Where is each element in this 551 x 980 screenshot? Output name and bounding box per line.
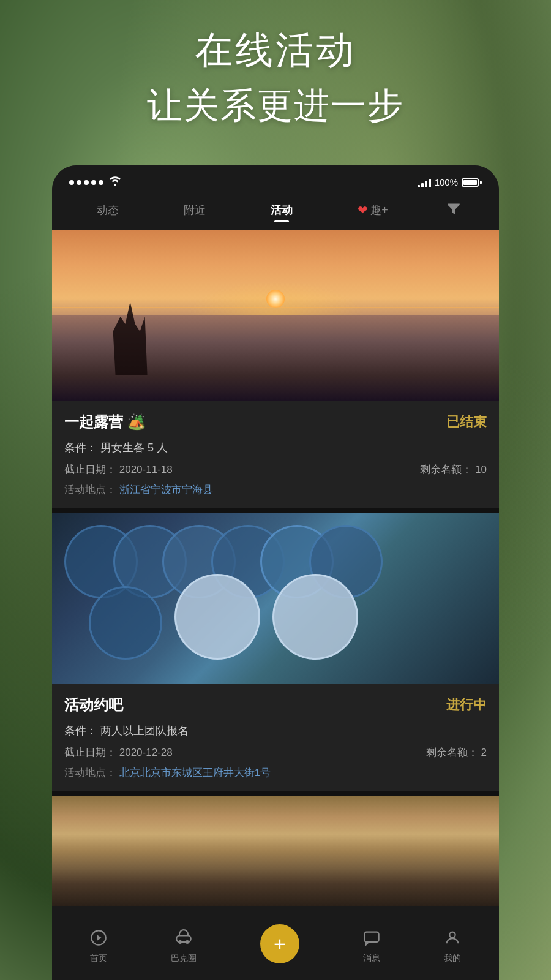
svg-point-4 (186, 940, 189, 944)
card2-image (52, 513, 499, 684)
card1-title: 一起露营 🏕️ (64, 412, 146, 432)
card1-status: 已结束 (446, 413, 487, 431)
bar2 (421, 183, 424, 187)
bottom-navigation: 首页 巴克圈 + (52, 919, 499, 980)
card2-status: 进行中 (446, 696, 487, 714)
card2-title: 活动约吧 (64, 695, 123, 715)
bar4 (429, 179, 431, 187)
home-icon (90, 929, 107, 951)
card1-condition: 条件： 男女生各 5 人 (64, 440, 487, 455)
battery-percent: 100% (435, 177, 458, 187)
roll7 (89, 586, 162, 660)
card1-info: 一起露营 🏕️ 已结束 条件： 男女生各 5 人 截止日期： 2020-11-1… (52, 401, 499, 508)
card1-slots: 剩余名额： 10 (420, 462, 487, 477)
bottom-nav-message[interactable]: 消息 (363, 929, 380, 964)
card1-meta: 截止日期： 2020-11-18 剩余名额： 10 (64, 462, 487, 477)
signal-dots (69, 180, 103, 185)
club-icon (175, 929, 192, 951)
plus-icon: + (274, 933, 286, 954)
status-left (69, 175, 122, 189)
svg-rect-5 (364, 932, 378, 942)
club-label: 巴克圈 (171, 953, 197, 964)
filter-icon[interactable] (446, 200, 462, 220)
card1-date: 截止日期： 2020-11-18 (64, 462, 173, 477)
card2-slots: 剩余名额： 2 (426, 745, 487, 760)
card-divider-1 (52, 508, 499, 513)
profile-label: 我的 (444, 953, 461, 964)
card1-location: 活动地点： 浙江省宁波市宁海县 (64, 483, 487, 497)
card3-image (52, 796, 499, 906)
bottom-nav-add[interactable]: + (260, 924, 299, 970)
dot2 (77, 180, 81, 185)
card2-title-row: 活动约吧 进行中 (64, 695, 487, 715)
bar1 (418, 185, 420, 187)
roll9-white (272, 574, 358, 660)
nav-tabs: 动态 附近 活动 ❤ 趣+ (52, 194, 499, 230)
card1-location-link[interactable]: 浙江省宁波市宁海县 (119, 484, 213, 496)
card2-location-link[interactable]: 北京北京市东城区王府井大街1号 (119, 767, 271, 778)
bar3 (425, 181, 427, 187)
bottom-nav-profile[interactable]: 我的 (444, 929, 461, 964)
status-bar: 100% (52, 165, 499, 194)
tab-dongtai[interactable]: 动态 (89, 200, 126, 220)
dot5 (99, 180, 103, 185)
svg-point-6 (449, 932, 455, 938)
sunset-background (52, 230, 499, 401)
add-button[interactable]: + (260, 924, 299, 963)
tab-quplus[interactable]: ❤ 趣+ (350, 200, 395, 220)
card2-location: 活动地点： 北京北京市东城区王府井大街1号 (64, 766, 487, 780)
home-label: 首页 (90, 953, 107, 964)
bottom-nav-club[interactable]: 巴克圈 (171, 929, 197, 964)
svg-point-3 (178, 940, 182, 944)
activity-card-1: 一起露营 🏕️ 已结束 条件： 男女生各 5 人 截止日期： 2020-11-1… (52, 230, 499, 508)
heart-icon: ❤ (358, 203, 368, 217)
card1-image (52, 230, 499, 401)
tab-huodong[interactable]: 活动 (263, 200, 300, 220)
card2-info: 活动约吧 进行中 条件： 两人以上团队报名 截止日期： 2020-12-28 剩… (52, 684, 499, 791)
battery-icon (462, 178, 482, 187)
status-right: 100% (418, 177, 482, 187)
header-title2: 让关系更进一步 (0, 82, 551, 130)
header-title1: 在线活动 (0, 24, 551, 76)
signal-bars-icon (418, 178, 431, 187)
card-divider-2 (52, 791, 499, 796)
wifi-icon (108, 175, 122, 189)
message-icon (363, 929, 380, 951)
card2-meta: 截止日期： 2020-12-28 剩余名额： 2 (64, 745, 487, 760)
phone-mockup: 100% 动态 附近 活动 ❤ 趣+ (52, 165, 499, 980)
tab-fujin[interactable]: 附近 (176, 200, 213, 220)
card2-date: 截止日期： 2020-12-28 (64, 745, 173, 760)
content-area: 一起露营 🏕️ 已结束 条件： 男女生各 5 人 截止日期： 2020-11-1… (52, 230, 499, 922)
roll8-white (174, 574, 260, 660)
profile-icon (444, 929, 461, 951)
dot4 (91, 180, 96, 185)
industrial-background (52, 513, 499, 684)
card2-condition: 条件： 两人以上团队报名 (64, 723, 487, 738)
dot1 (69, 180, 74, 185)
activity-card-3 (52, 796, 499, 906)
activity-card-2: 活动约吧 进行中 条件： 两人以上团队报名 截止日期： 2020-12-28 剩… (52, 513, 499, 791)
header-section: 在线活动 让关系更进一步 (0, 24, 551, 130)
sunset-sun (266, 290, 285, 308)
message-label: 消息 (363, 953, 380, 964)
dot3 (84, 180, 89, 185)
bottom-nav-home[interactable]: 首页 (90, 929, 107, 964)
sunset-horizon (52, 307, 499, 308)
card1-title-row: 一起露营 🏕️ 已结束 (64, 412, 487, 432)
svg-marker-1 (97, 935, 102, 940)
